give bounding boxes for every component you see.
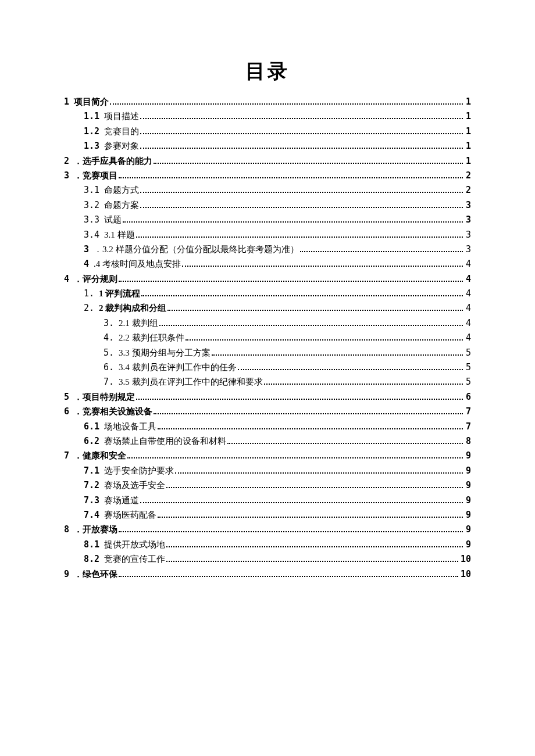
toc-entry-number: 3.4 (84, 231, 99, 239)
toc-entry-number: 7.1 (84, 467, 99, 475)
toc-leader (136, 399, 463, 400)
toc-entry-page: 4 (465, 289, 471, 298)
toc-entry: 1.1项目描述1 (64, 112, 471, 121)
toc-leader (158, 517, 463, 518)
toc-entry-label: 3.3 预期分组与分工方案 (119, 349, 211, 357)
toc-leader (300, 251, 463, 252)
toc-entry-page: 4 (465, 260, 471, 268)
toc-leader (140, 133, 463, 134)
toc-leader (136, 237, 463, 238)
toc-entry-page: 10 (461, 570, 471, 579)
document-page: 目录 1项目简介11.1项目描述11.2竞赛目的11.3参赛对象12．选手应具备… (0, 0, 535, 579)
toc-entry-number: 3.3 (84, 216, 99, 224)
toc-entry-number: 6 (64, 407, 69, 416)
toc-entry-number: 1.1 (84, 112, 99, 121)
toc-entry-number: 4 (84, 260, 89, 268)
toc-entry-label: 3.1 样题 (104, 231, 135, 239)
toc-entry-page: 6 (465, 393, 471, 402)
toc-entry-number: 8.1 (84, 540, 99, 549)
toc-entry-page: 3 (465, 245, 471, 254)
toc-entry-page: 4 (465, 275, 471, 284)
toc-entry-label: 赛场及选手安全 (104, 481, 165, 490)
toc-leader (119, 576, 458, 577)
toc-entry-number: 7.3 (84, 496, 99, 505)
toc-entry-label: 2 裁判构成和分组 (99, 304, 166, 313)
toc-leader (175, 472, 463, 474)
toc-entry-page: 9 (465, 452, 471, 460)
toc-entry-label: 命题方式 (104, 186, 139, 195)
toc-entry-number: 3.1 (84, 186, 99, 195)
toc-entry-number: 1. (84, 289, 94, 298)
toc-leader (110, 103, 463, 105)
toc-leader (182, 266, 463, 267)
toc-entry-label: ．评分规则 (74, 275, 117, 284)
toc-leader (141, 295, 463, 296)
toc-entry-number: 1.2 (84, 127, 99, 136)
toc-entry: 5.3.3 预期分组与分工方案5 (64, 349, 471, 357)
toc-entry-label: ．选手应具备的能力 (74, 157, 152, 166)
toc-leader (186, 339, 463, 341)
toc-leader (166, 546, 463, 547)
toc-entry-page: 3 (465, 231, 471, 239)
toc-entry-page: 1 (465, 112, 471, 121)
toc-entry-label: 赛场医药配备 (104, 511, 156, 519)
toc-entry-number: 1.3 (84, 142, 99, 151)
toc-entry: 1.3参赛对象1 (64, 142, 471, 151)
toc-entry-label: 1 评判流程 (99, 289, 140, 298)
toc-entry-number: 3 (84, 245, 89, 254)
toc-entry-label: ．健康和安全 (74, 452, 126, 460)
toc-entry-page: 9 (465, 540, 471, 549)
toc-entry-label: 赛场禁止自带使用的设备和材料 (104, 437, 226, 446)
toc-entry-page: 5 (465, 378, 471, 386)
toc-entry-page: 10 (461, 555, 471, 564)
toc-entry: 7.3.5 裁判员在评判工作中的纪律和要求5 (64, 378, 471, 386)
toc-entry-label: 命题方案 (104, 201, 139, 210)
toc-title: 目录 (64, 58, 471, 85)
toc-entry-label: 参赛对象 (104, 142, 139, 151)
toc-entry: 4．评分规则4 (64, 275, 471, 284)
toc-entry: 1.1 评判流程4 (64, 289, 471, 298)
toc-leader (227, 443, 463, 444)
toc-entry-label: 赛场通道 (104, 496, 139, 505)
toc-entry-page: 2 (465, 186, 471, 195)
toc-entry: 6.3.4 裁判员在评判工作中的任务5 (64, 363, 471, 372)
toc-entry-page: 1 (465, 127, 471, 136)
toc-entry: 7.2赛场及选手安全9 (64, 481, 471, 490)
toc-leader (159, 325, 463, 326)
toc-entry: 6.2赛场禁止自带使用的设备和材料8 (64, 437, 471, 446)
toc-entry: 7.3赛场通道9 (64, 496, 471, 505)
toc-entry-number: 7 (64, 452, 69, 460)
toc-entry-label: ．3.2 样题分值分配（分值分配以最终比赛考题为准） (94, 245, 299, 254)
toc-entry-number: 3 (64, 171, 69, 180)
toc-entry-label: 试题 (104, 216, 122, 224)
toc-leader (166, 487, 463, 488)
toc-leader (167, 310, 463, 311)
toc-entry-label: ．绿色环保 (74, 570, 117, 579)
toc-entry: 3.2.1 裁判组4 (64, 319, 471, 328)
toc-entry: 9．绿色环保10 (64, 570, 471, 579)
toc-entry: 8．开放赛场9 (64, 525, 471, 534)
toc-entry-page: 9 (465, 525, 471, 534)
toc-entry-label: 3.5 裁判员在评判工作中的纪律和要求 (119, 378, 263, 386)
toc-leader (119, 177, 463, 178)
toc-entry: 7.1选手安全防护要求9 (64, 467, 471, 475)
toc-entry: 3.3试题3 (64, 216, 471, 224)
toc-entry-number: 9 (64, 570, 69, 579)
toc-entry-page: 2 (465, 171, 471, 180)
toc-entry-number: 2 (64, 157, 69, 166)
toc-entry-page: 9 (465, 496, 471, 505)
toc-entry-label: 竞赛的宣传工作 (104, 555, 165, 564)
toc-entry-number: 7. (104, 378, 114, 386)
toc-entry-number: 6. (104, 363, 114, 372)
toc-entry-label: 场地设备工具 (104, 422, 156, 431)
toc-entry: 1.2竞赛目的1 (64, 127, 471, 136)
toc-entry-page: 4 (465, 319, 471, 328)
toc-entry-number: 5 (64, 393, 69, 402)
toc-entry-label: 提供开放式场地 (104, 540, 165, 549)
toc-leader (264, 384, 463, 385)
toc-entry-page: 4 (465, 304, 471, 313)
toc-entry: 8.2竞赛的宣传工作10 (64, 555, 471, 564)
toc-entry: 6.1场地设备工具7 (64, 422, 471, 431)
toc-leader (140, 207, 463, 208)
toc-entry: 3．3.2 样题分值分配（分值分配以最终比赛考题为准）3 (64, 245, 471, 254)
